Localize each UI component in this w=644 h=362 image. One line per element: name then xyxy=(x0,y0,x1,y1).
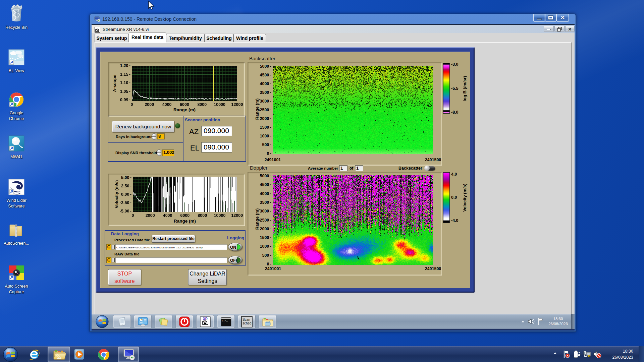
svg-text:Scan: Scan xyxy=(243,318,250,321)
svg-text:XR: XR xyxy=(203,317,208,321)
svg-text:C:\_: C:\_ xyxy=(222,319,228,322)
svg-text:!: ! xyxy=(589,356,590,358)
svg-text:sched: sched xyxy=(243,321,252,325)
